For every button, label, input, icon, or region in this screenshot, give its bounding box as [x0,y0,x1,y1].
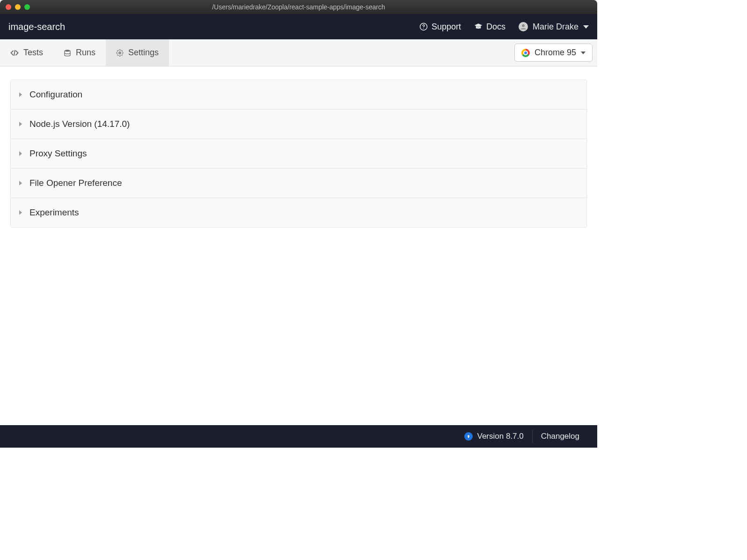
tab-settings[interactable]: Settings [106,39,169,66]
section-label: Experiments [29,207,79,218]
settings-content: Configuration Node.js Version (14.17.0) … [0,66,597,425]
tab-runs[interactable]: Runs [53,39,106,66]
section-experiments[interactable]: Experiments [11,198,586,227]
support-link[interactable]: Support [419,22,461,32]
tab-runs-label: Runs [76,48,95,58]
window-close-button[interactable] [6,4,11,10]
window-maximize-button[interactable] [24,4,30,10]
gear-icon [116,49,124,57]
section-label: File Opener Preference [29,178,122,188]
tabs: Tests Runs Settings [0,39,169,66]
project-name: image-search [8,22,65,32]
caret-right-icon [19,122,22,126]
app-header: image-search Support Docs [0,14,597,39]
chrome-icon [521,49,530,57]
user-menu[interactable]: Marie Drake [519,22,589,32]
tab-tests-label: Tests [23,48,43,58]
section-label: Configuration [29,89,82,100]
svg-point-1 [423,28,424,29]
version-label: Version 8.7.0 [477,432,524,441]
window-title: /Users/mariedrake/Zoopla/react-sample-ap… [212,3,385,11]
browser-selected-label: Chrome 95 [535,48,576,58]
tab-bar: Tests Runs Settings Chrome 95 [0,39,597,66]
caret-right-icon [19,151,22,156]
section-configuration[interactable]: Configuration [11,80,586,110]
user-name: Marie Drake [533,22,579,32]
caret-down-icon [583,25,589,29]
section-file-opener[interactable]: File Opener Preference [11,169,586,198]
caret-right-icon [19,92,22,97]
version-indicator[interactable]: Version 8.7.0 [456,425,532,448]
caret-right-icon [19,210,22,215]
section-node-version[interactable]: Node.js Version (14.17.0) [11,110,586,139]
tab-settings-label: Settings [128,48,159,58]
tab-tests[interactable]: Tests [0,39,53,66]
window-titlebar: /Users/mariedrake/Zoopla/react-sample-ap… [0,0,597,14]
svg-point-4 [65,50,70,52]
window-minimize-button[interactable] [15,4,21,10]
docs-label: Docs [486,22,505,32]
caret-right-icon [19,181,22,185]
browser-selector[interactable]: Chrome 95 [514,44,593,62]
changelog-label: Changelog [541,432,579,441]
svg-line-3 [14,50,15,55]
support-label: Support [432,22,461,32]
database-icon [64,49,71,57]
update-available-icon [464,432,473,441]
section-label: Proxy Settings [29,148,87,159]
section-proxy-settings[interactable]: Proxy Settings [11,139,586,169]
question-circle-icon [419,22,428,31]
caret-down-icon [581,52,586,54]
user-avatar-icon [519,22,528,31]
graduation-cap-icon [474,22,483,31]
changelog-link[interactable]: Changelog [533,425,588,448]
header-nav: Support Docs Marie Drake [419,22,589,32]
settings-section-list: Configuration Node.js Version (14.17.0) … [10,80,587,228]
app-footer: Version 8.7.0 Changelog [0,425,597,448]
docs-link[interactable]: Docs [474,22,505,32]
section-label: Node.js Version (14.17.0) [29,119,130,129]
code-icon [10,49,19,57]
window-controls [0,4,30,10]
svg-point-2 [522,24,525,27]
